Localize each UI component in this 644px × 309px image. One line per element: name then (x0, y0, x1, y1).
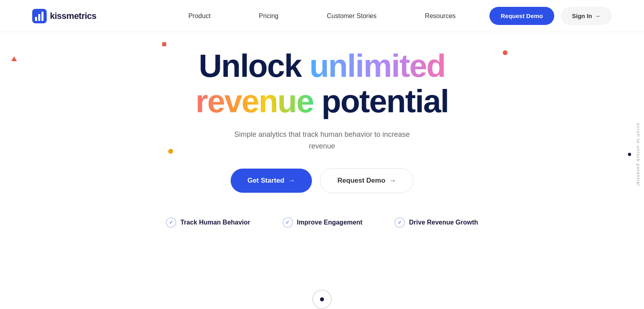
svg-rect-3 (41, 12, 43, 21)
nav-sign-in-button[interactable]: Sign In → (561, 7, 612, 25)
hero-title-unlimited: unlimited (310, 48, 446, 84)
hero-buttons: Get Started → Request Demo → (231, 168, 414, 193)
features-row: ✓ Track Human Behavior ✓ Improve Engagem… (166, 217, 478, 228)
hero-title-potential: potential (314, 83, 449, 119)
feature-label-1: Track Human Behavior (180, 219, 250, 226)
svg-rect-1 (35, 17, 37, 21)
check-icon-1: ✓ (166, 217, 176, 228)
logo-link[interactable]: kissmetrics (32, 9, 97, 23)
check-icon-2: ✓ (283, 217, 293, 228)
nav-product[interactable]: Product (164, 12, 235, 20)
nav-pricing[interactable]: Pricing (235, 12, 303, 20)
request-demo-label: Request Demo (337, 177, 385, 185)
feature-label-3: Drive Revenue Growth (409, 219, 478, 226)
request-demo-arrow: → (389, 177, 396, 185)
scroll-indicator: scroll to unlock potential (628, 123, 641, 186)
get-started-arrow: → (288, 177, 295, 185)
navbar: kissmetrics Product Pricing Customer Sto… (0, 0, 644, 32)
logo-icon (32, 9, 47, 23)
hero-section: Unlock unlimited revenue potential Simpl… (0, 32, 644, 236)
feature-track-behavior: ✓ Track Human Behavior (166, 217, 250, 228)
logo-text: kissmetrics (50, 11, 97, 21)
scroll-text: scroll to unlock potential (636, 123, 641, 186)
hero-request-demo-button[interactable]: Request Demo → (320, 168, 413, 193)
nav-actions: Request Demo Sign In → (489, 7, 612, 25)
hero-subtitle: Simple analytics that track human behavi… (233, 129, 411, 152)
hero-title-unlock: Unlock (199, 48, 310, 84)
hero-title: Unlock unlimited revenue potential (196, 48, 448, 119)
check-icon-3: ✓ (394, 217, 405, 228)
feature-drive-revenue: ✓ Drive Revenue Growth (394, 217, 478, 228)
nav-links: Product Pricing Customer Stories Resourc… (164, 12, 480, 20)
scroll-down-dot (320, 297, 324, 301)
get-started-label: Get Started (248, 177, 285, 185)
scroll-down-circle[interactable] (312, 290, 332, 309)
feature-improve-engagement: ✓ Improve Engagement (283, 217, 363, 228)
feature-label-2: Improve Engagement (297, 219, 363, 226)
nav-customer-stories[interactable]: Customer Stories (303, 12, 401, 20)
scroll-dot (628, 153, 631, 156)
nav-resources[interactable]: Resources (401, 12, 480, 20)
get-started-button[interactable]: Get Started → (231, 169, 312, 193)
nav-request-demo-button[interactable]: Request Demo (489, 7, 554, 25)
svg-rect-2 (38, 14, 40, 21)
hero-title-revenue: revenue (196, 83, 314, 119)
